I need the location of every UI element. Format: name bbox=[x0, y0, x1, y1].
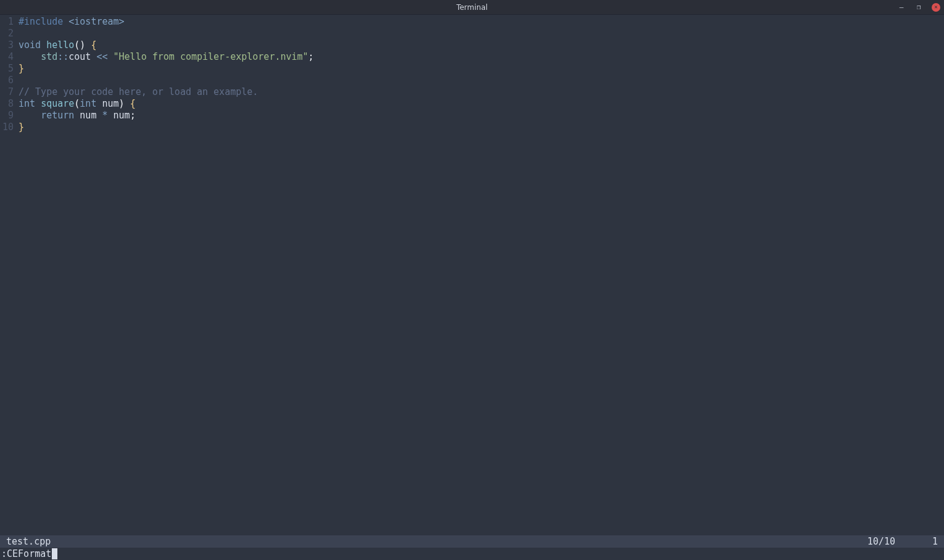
token-brace: { bbox=[130, 98, 136, 109]
line-number: 8 bbox=[0, 98, 19, 110]
line-number: 2 bbox=[0, 28, 19, 39]
line-number: 7 bbox=[0, 86, 19, 98]
token-id: cout bbox=[68, 51, 91, 62]
token-fn: hello bbox=[46, 39, 74, 51]
status-line: test.cpp 10/10 1 bbox=[0, 535, 944, 548]
line-number: 6 bbox=[0, 75, 19, 86]
line-number: 1 bbox=[0, 16, 19, 28]
line-content[interactable]: #include <iostream> bbox=[19, 16, 125, 28]
token-paren: ) bbox=[119, 98, 125, 109]
code-line[interactable]: 6 bbox=[0, 75, 944, 86]
token-op: :: bbox=[57, 51, 68, 62]
maximize-button[interactable]: ❐ bbox=[914, 3, 923, 12]
cursor-block bbox=[52, 548, 57, 559]
code-line[interactable]: 3void hello() { bbox=[0, 39, 944, 51]
status-column: 1 bbox=[932, 535, 938, 548]
token-id bbox=[35, 98, 41, 109]
line-number: 5 bbox=[0, 63, 19, 75]
token-id: num bbox=[96, 98, 118, 109]
line-number: 9 bbox=[0, 110, 19, 121]
status-filename: test.cpp bbox=[6, 535, 51, 548]
status-position: 10/10 bbox=[867, 535, 895, 548]
token-paren: ( bbox=[74, 98, 80, 109]
token-brace: } bbox=[19, 63, 24, 74]
line-content[interactable]: std::cout << "Hello from compiler-explor… bbox=[19, 51, 314, 63]
token-id: num bbox=[108, 110, 130, 121]
line-content[interactable]: void hello() { bbox=[19, 39, 96, 51]
token-id bbox=[41, 39, 46, 51]
code-line[interactable]: 9 return num * num; bbox=[0, 110, 944, 121]
code-lines[interactable]: 1#include <iostream>23void hello() {4 st… bbox=[0, 15, 944, 133]
token-pre: #include bbox=[19, 16, 63, 27]
line-content[interactable]: // Type your code here, or load an examp… bbox=[19, 86, 258, 98]
token-punc: ; bbox=[130, 110, 136, 121]
line-content[interactable]: return num * num; bbox=[19, 110, 136, 121]
token-op: << bbox=[96, 51, 107, 62]
line-content[interactable]: } bbox=[19, 63, 24, 75]
window-title: Terminal bbox=[457, 3, 488, 12]
line-content[interactable]: } bbox=[19, 121, 24, 133]
command-text: :CEFormat bbox=[1, 548, 51, 560]
token-id bbox=[63, 16, 68, 27]
code-line[interactable]: 5} bbox=[0, 63, 944, 75]
code-line[interactable]: 8int square(int num) { bbox=[0, 98, 944, 110]
code-line[interactable]: 7// Type your code here, or load an exam… bbox=[0, 86, 944, 98]
line-content[interactable]: int square(int num) { bbox=[19, 98, 136, 110]
token-fn: square bbox=[41, 98, 74, 109]
token-type: int bbox=[19, 98, 35, 109]
token-str: "Hello from compiler-explorer.nvim" bbox=[114, 51, 308, 62]
token-id: num bbox=[74, 110, 102, 121]
token-cmt: // Type your code here, or load an examp… bbox=[19, 86, 258, 97]
token-brace: { bbox=[91, 39, 96, 51]
line-number: 4 bbox=[0, 51, 19, 63]
token-kw: return bbox=[41, 110, 74, 121]
code-line[interactable]: 1#include <iostream> bbox=[0, 16, 944, 28]
token-op: * bbox=[102, 110, 107, 121]
token-kw: void bbox=[19, 39, 41, 51]
minimize-button[interactable]: – bbox=[897, 3, 906, 12]
code-line[interactable]: 10} bbox=[0, 121, 944, 133]
command-line[interactable]: :CEFormat bbox=[0, 548, 944, 560]
token-paren: () bbox=[74, 39, 85, 51]
titlebar: Terminal – ❐ ✕ bbox=[0, 0, 944, 15]
code-line[interactable]: 4 std::cout << "Hello from compiler-expl… bbox=[0, 51, 944, 63]
token-id bbox=[19, 51, 41, 62]
token-punc: ; bbox=[308, 51, 314, 62]
editor-area[interactable]: 1#include <iostream>23void hello() {4 st… bbox=[0, 15, 944, 535]
token-id bbox=[19, 110, 41, 121]
line-number: 10 bbox=[0, 121, 19, 133]
token-type: int bbox=[80, 98, 96, 109]
token-brace: } bbox=[19, 121, 24, 133]
close-button[interactable]: ✕ bbox=[932, 3, 940, 12]
token-angle: <iostream> bbox=[68, 16, 124, 27]
token-id bbox=[108, 51, 114, 62]
line-number: 3 bbox=[0, 39, 19, 51]
code-line[interactable]: 2 bbox=[0, 28, 944, 39]
token-ns: std bbox=[41, 51, 57, 62]
token-id bbox=[125, 98, 130, 109]
window-controls: – ❐ ✕ bbox=[897, 0, 940, 14]
